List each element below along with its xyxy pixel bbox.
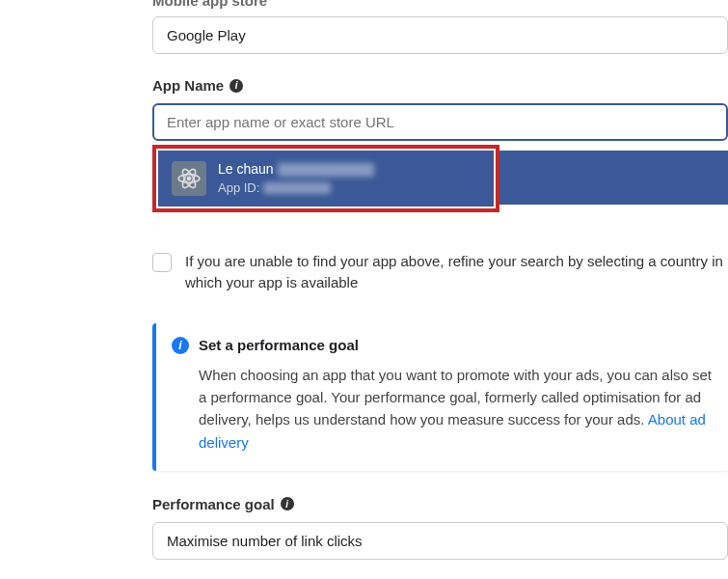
info-panel-body: When choosing an app that you want to pr… (172, 364, 713, 454)
info-icon[interactable]: i (229, 79, 243, 93)
mobile-app-store-label: Mobile app store (152, 0, 728, 9)
svg-point-3 (187, 177, 190, 179)
app-suggestion-highlight: Le chaun App ID: (152, 145, 499, 212)
atom-icon (176, 166, 202, 191)
app-suggestion-text: Le chaun App ID: (218, 160, 374, 197)
performance-goal-select[interactable]: Maximise number of link clicks (152, 522, 728, 560)
performance-goal-label: Performance goal i (152, 496, 728, 512)
info-panel-body-text: When choosing an app that you want to pr… (199, 367, 712, 428)
performance-goal-label-text: Performance goal (152, 496, 275, 512)
refine-search-checkbox[interactable] (152, 253, 172, 272)
info-panel-title: Set a performance goal (199, 337, 359, 353)
app-id-label: App ID: (218, 180, 259, 195)
app-suggestion-name: Le chaun (218, 161, 274, 177)
performance-goal-info-panel: i Set a performance goal When choosing a… (152, 323, 728, 471)
dropdown-background-extend (499, 151, 728, 205)
refine-search-text: If you are unable to find your app above… (185, 251, 728, 294)
redacted-text (278, 163, 374, 177)
info-icon[interactable]: i (281, 497, 294, 510)
info-icon: i (172, 337, 189, 354)
app-icon (172, 161, 206, 196)
redacted-text (263, 182, 331, 194)
app-name-label-text: App Name (152, 77, 224, 94)
app-name-label: App Name i (152, 77, 728, 94)
mobile-app-store-select[interactable]: Google Play (152, 16, 728, 54)
app-name-input[interactable] (152, 103, 728, 141)
app-suggestion-item[interactable]: Le chaun App ID: (158, 151, 494, 207)
